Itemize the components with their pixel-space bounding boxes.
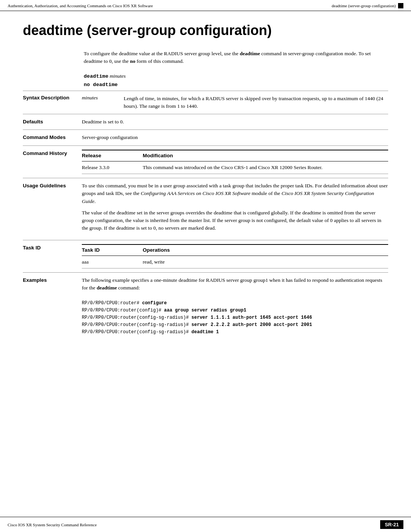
code-line: RP/0/RP0/CPU0:router(config)# aaa group … (82, 307, 388, 314)
task-id-cell: aaa (82, 256, 143, 268)
header-right: deadtime (server-group configuration) (332, 3, 403, 8)
page-title-section: deadtime (server-group configuration) (0, 11, 411, 50)
usage-guidelines-row: Usage Guidelines To use this command, yo… (23, 178, 388, 240)
usage-para1-end: . (94, 198, 96, 204)
footer-left-text: Cisco IOS XR System Security Command Ref… (8, 522, 97, 527)
syntax-form2-text: no deadtime (84, 82, 118, 88)
intro-paragraph: To configure the deadtime value at the R… (84, 50, 388, 66)
col-taskid-header: Task ID (82, 244, 143, 256)
col-operations-header: Operations (143, 244, 388, 256)
command-history-label: Command History (23, 150, 82, 157)
defaults-label: Defaults (23, 118, 82, 126)
syntax-form-1: deadtime minutes (84, 73, 388, 79)
intro-text-3: form of this command. (135, 58, 184, 64)
usage-para1-mid: module of the (250, 190, 282, 196)
examples-row: Examples The following example specifies… (23, 272, 388, 296)
syntax-form1-arg: minutes (108, 73, 126, 79)
col-release-header: Release (82, 150, 143, 161)
code-bold: aaa group server radius group1 (164, 308, 246, 313)
cmd-history-release: Release 3.3.0 (82, 161, 143, 174)
code-line: RP/0/RP0/CPU0:router# configure (82, 300, 388, 307)
command-history-data-row: Release 3.3.0This command was introduced… (82, 161, 388, 174)
usage-para-1: To use this command, you must be in a us… (82, 182, 388, 205)
intro-no-bold: no (130, 58, 135, 64)
footer-right-page: SR-21 (380, 520, 403, 529)
examples-text2: command: (117, 285, 140, 291)
code-bold: server 2.2.2.2 auth-port 2000 acct-port … (191, 322, 312, 328)
syntax-description-row: Syntax Description minutes Length of tim… (23, 91, 388, 114)
cmd-history-modification: This command was introduced on the Cisco… (143, 161, 388, 174)
intro-text-1: To configure the deadtime value at the R… (84, 51, 240, 56)
code-block: RP/0/RP0/CPU0:router# configureRP/0/RP0/… (82, 300, 388, 336)
code-bold: server 1.1.1.1 auth-port 1645 acct-port … (191, 315, 312, 320)
syntax-param-desc: Length of time, in minutes, for which a … (124, 95, 388, 110)
task-id-row: Task ID Task ID Operations aaaread, writ… (23, 240, 388, 273)
defaults-row: Defaults Deadtime is set to 0. (23, 114, 388, 129)
command-syntax-block: deadtime minutes no deadtime (84, 73, 388, 88)
task-id-content: Task ID Operations aaaread, write (82, 244, 388, 269)
page-title: deadtime (server-group configuration) (23, 22, 388, 38)
task-id-label: Task ID (23, 244, 82, 252)
defaults-value: Deadtime is set to 0. (82, 118, 388, 126)
command-modes-value: Server-group configuration (82, 134, 388, 141)
command-modes-label: Command Modes (23, 134, 82, 141)
usage-guidelines-content: To use this command, you must be in a us… (82, 182, 388, 236)
content-area: To configure the deadtime value at the R… (0, 50, 411, 336)
task-id-table: Task ID Operations aaaread, write (82, 244, 388, 269)
examples-cmd-bold: deadtime (97, 285, 117, 291)
syntax-form-2: no deadtime (84, 81, 388, 88)
intro-cmd-bold: deadtime (240, 51, 260, 56)
code-bold: configure (142, 300, 167, 306)
usage-guidelines-label: Usage Guidelines (23, 182, 82, 190)
page-wrapper: Authentication, Authorization, and Accou… (0, 0, 411, 532)
examples-intro-text: The following example specifies a one-mi… (82, 276, 388, 292)
header-right-text: deadtime (server-group configuration) (332, 3, 396, 8)
code-line: RP/0/RP0/CPU0:router(config-sg-radius)# … (82, 329, 388, 336)
code-bold: deadtime 1 (191, 329, 219, 335)
footer-bar: Cisco IOS XR System Security Command Ref… (0, 517, 411, 532)
command-history-header-row: Release Modification (82, 150, 388, 161)
command-history-content: Release Modification Release 3.3.0This c… (82, 150, 388, 174)
header-bar: Authentication, Authorization, and Accou… (0, 0, 411, 11)
header-right-square (398, 3, 403, 8)
usage-para1-italic1: Configuring AAA Services on Cisco IOS XR… (141, 190, 250, 196)
syntax-param: minutes (82, 95, 124, 110)
task-operations-cell: read, write (143, 256, 388, 268)
examples-content: The following example specifies a one-mi… (82, 276, 388, 292)
task-id-header-row: Task ID Operations (82, 244, 388, 256)
syntax-description-label: Syntax Description (23, 95, 82, 110)
syntax-inner: minutes Length of time, in minutes, for … (82, 95, 388, 110)
command-modes-row: Command Modes Server-group configuration (23, 129, 388, 145)
syntax-form1-cmd: deadtime (84, 73, 108, 79)
usage-para-2: The value of the deadtime set in the ser… (82, 209, 388, 232)
header-left-text: Authentication, Authorization, and Accou… (8, 3, 153, 8)
code-line: RP/0/RP0/CPU0:router(config-sg-radius)# … (82, 314, 388, 321)
task-id-data-row: aaaread, write (82, 256, 388, 268)
col-modification-header: Modification (143, 150, 388, 161)
examples-label: Examples (23, 276, 82, 284)
command-history-row: Command History Release Modification Rel… (23, 145, 388, 178)
code-line: RP/0/RP0/CPU0:router(config-sg-radius)# … (82, 321, 388, 329)
command-history-table: Release Modification Release 3.3.0This c… (82, 150, 388, 174)
